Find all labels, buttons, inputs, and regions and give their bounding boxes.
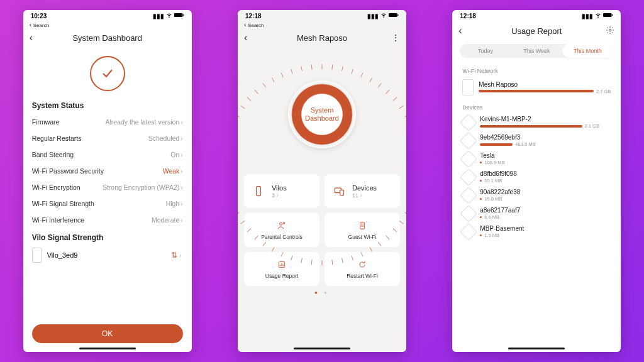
ok-button[interactable]: OK: [32, 324, 183, 343]
tab-this-week[interactable]: This Week: [511, 44, 562, 58]
usage-dot: [480, 234, 482, 236]
vilo-signal-heading: Vilo Signal Strength: [32, 233, 183, 242]
device-icon: [460, 222, 477, 240]
device-icon: [460, 131, 477, 149]
battery-icon: [174, 12, 184, 19]
row-value: Strong Encryption (WPA2) ›: [103, 184, 183, 191]
device-name: Kevins-M1-MBP-2: [480, 116, 611, 123]
vilo-icon: [32, 248, 42, 263]
parental-controls-card[interactable]: Parental Controls: [244, 213, 319, 247]
vilo-icon: [252, 184, 265, 198]
device-item[interactable]: a8e62177aaf76.6 MB: [462, 204, 611, 222]
device-name: 90a8222afe38: [480, 189, 611, 195]
device-item[interactable]: MBP-Basement1.5 MB: [462, 222, 611, 241]
battery-icon: [603, 12, 613, 19]
card-title: Vilos: [272, 184, 287, 192]
status-check: [32, 56, 183, 91]
row-label: Wi-Fi Encryption: [32, 184, 80, 191]
home-indicator[interactable]: [508, 348, 565, 349]
svg-rect-17: [603, 13, 612, 17]
row-label: Wi-Fi Interference: [32, 216, 84, 224]
wifi-icon: [595, 12, 601, 19]
restart-wifi-card[interactable]: Restart Wi-Fi: [325, 252, 400, 286]
breadcrumb-back[interactable]: Search: [238, 21, 406, 28]
row-label: Band Steering: [32, 151, 74, 158]
network-name: Mesh Raposo: [479, 81, 611, 88]
usage-value: 2.7 GB: [596, 89, 611, 94]
vilos-card[interactable]: Vilos 3 ›: [244, 174, 319, 208]
back-button[interactable]: ‹: [30, 32, 33, 43]
home-indicator[interactable]: [294, 348, 350, 349]
navbar: ‹ Mesh Raposo ⋮: [238, 28, 406, 47]
device-icon: [460, 113, 477, 131]
screen-usage-report: 12:18 ▮▮▮ ‹ Usage Report Today This Week…: [452, 10, 621, 352]
usage-report-icon: [277, 260, 287, 271]
tab-today[interactable]: Today: [460, 44, 511, 58]
device-icon: [460, 186, 477, 204]
menu-button[interactable]: ⋮: [391, 33, 400, 43]
card-count: 11: [352, 192, 358, 199]
device-item[interactable]: d8fbd6f9f09855.1 MB: [462, 168, 611, 186]
usage-dot: [480, 180, 482, 182]
status-row[interactable]: Wi-Fi Signal StrengthHigh ›: [32, 195, 183, 212]
status-row[interactable]: Wi-Fi EncryptionStrong Encryption (WPA2)…: [32, 179, 183, 195]
device-name: a8e62177aaf7: [480, 207, 611, 214]
row-value: Scheduled ›: [148, 134, 183, 142]
status-row[interactable]: Band SteeringOn ›: [32, 146, 183, 163]
status-row[interactable]: FirmwareAlready the latest version ›: [32, 114, 183, 130]
breadcrumb-back[interactable]: Search: [23, 21, 192, 28]
signal-icon: ▮▮▮: [153, 13, 164, 19]
navbar: ‹ Usage Report: [452, 21, 621, 40]
devices-card[interactable]: Devices 11 ›: [325, 174, 400, 208]
row-value: Moderate ›: [152, 216, 183, 224]
signal-item[interactable]: Vilo_3ed9 ⇅ ›: [32, 246, 183, 265]
network-item[interactable]: Mesh Raposo 2.7 GB: [462, 77, 611, 98]
home-indicator[interactable]: [79, 348, 136, 349]
svg-rect-18: [612, 14, 613, 16]
status-time: 12:18: [460, 13, 476, 19]
svg-rect-3: [397, 14, 398, 16]
screen-system-dashboard: 10:23 ▮▮▮ Search ‹ System Dashboard Syst…: [23, 10, 192, 352]
device-icon: [460, 150, 477, 167]
row-label: Wi-Fi Password Security: [32, 167, 104, 175]
card-title: Parental Controls: [261, 234, 303, 240]
svg-point-19: [609, 29, 612, 31]
device-icon: [460, 168, 477, 185]
card-title: Restart Wi-Fi: [347, 273, 378, 279]
device-item[interactable]: Kevins-M1-MBP-22.1 GB: [462, 113, 611, 131]
settings-button[interactable]: [606, 26, 614, 36]
status-row[interactable]: Wi-Fi Password SecurityWeak ›: [32, 163, 183, 179]
device-item[interactable]: 90a8222afe3815.0 MB: [462, 186, 611, 204]
parental-controls-icon: [277, 221, 287, 232]
back-button[interactable]: ‹: [244, 32, 247, 43]
device-name: Tesla: [480, 152, 611, 159]
svg-point-7: [280, 222, 282, 225]
status-row[interactable]: Regular RestartsScheduled ›: [32, 130, 183, 146]
status-row[interactable]: Wi-Fi InterferenceModerate ›: [32, 212, 183, 228]
system-dashboard-dial[interactable]: SystemDashboard: [272, 64, 372, 165]
device-item[interactable]: 9eb42569ebf3483.8 MB: [462, 131, 611, 150]
guest-wifi-card[interactable]: Guest Wi-Fi: [325, 213, 400, 247]
usage-value: 1.5 MB: [484, 233, 499, 238]
page-title: Usage Report: [511, 26, 562, 36]
status-icons: ▮▮▮: [367, 12, 399, 19]
guest-wifi-icon: [357, 221, 367, 232]
usage-value: 2.1 GB: [585, 123, 599, 129]
row-value: Already the latest version ›: [105, 118, 182, 126]
device-icon: [460, 204, 477, 222]
usage-dot: [480, 216, 482, 218]
card-title: Guest Wi-Fi: [348, 234, 377, 240]
svg-point-8: [283, 222, 285, 224]
card-title: Devices: [352, 184, 377, 192]
status-bar: 12:18 ▮▮▮: [238, 10, 406, 21]
wifi-icon: [380, 12, 387, 19]
device-name: d8fbd6f9f098: [480, 170, 611, 177]
row-label: Regular Restarts: [32, 134, 82, 142]
device-item[interactable]: Tesla108.9 MB: [462, 150, 611, 168]
tab-this-month[interactable]: This Month: [562, 44, 613, 58]
gear-icon: [606, 26, 614, 35]
signal-icon: ▮▮▮: [367, 13, 379, 19]
usage-report-card[interactable]: Usage Report: [244, 252, 319, 286]
row-value: On ›: [170, 151, 182, 158]
back-button[interactable]: ‹: [458, 25, 462, 36]
